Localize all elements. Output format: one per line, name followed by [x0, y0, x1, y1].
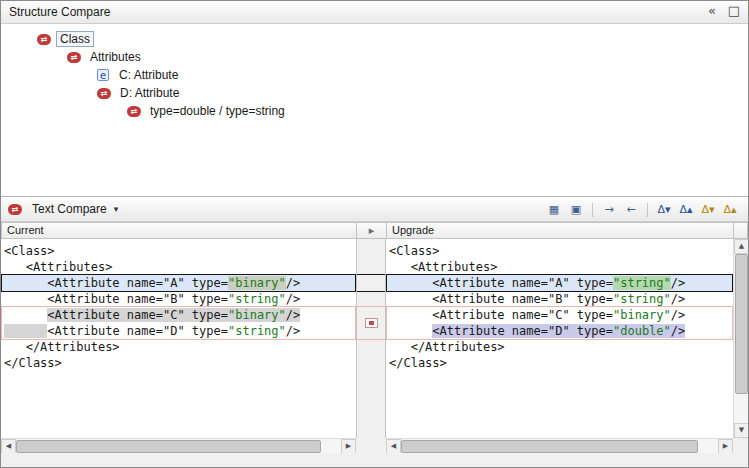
- right-pane-header: Upgrade: [386, 222, 734, 239]
- code-segment: "binary": [228, 308, 286, 322]
- diff-connector-line: [357, 339, 385, 340]
- code-line[interactable]: <Class>: [4, 243, 356, 259]
- code-segment: "string": [228, 292, 286, 306]
- code-segment: "binary": [613, 308, 671, 322]
- left-horizontal-thumb[interactable]: [16, 440, 321, 453]
- text-compare-title: Text Compare: [32, 202, 107, 216]
- right-pane[interactable]: <Class> <Attributes> <Attribute name="A"…: [386, 239, 733, 438]
- left-horizontal-scrollbar[interactable]: ◀ ▶: [1, 438, 356, 453]
- tree-item[interactable]: ⇄Attributes: [1, 48, 748, 66]
- code-segment: />: [671, 276, 685, 290]
- code-line[interactable]: <Attribute name="C" type="binary"/>: [4, 307, 356, 323]
- vertical-scroll-thumb[interactable]: [735, 254, 748, 394]
- code-segment: <Attribute name="C" type=: [47, 308, 228, 322]
- show-ancestor-pane-button[interactable]: ▦: [544, 200, 564, 220]
- right-pane-title: Upgrade: [392, 224, 434, 236]
- code-segment: "binary": [228, 276, 286, 290]
- code-segment: />: [286, 324, 300, 338]
- code-line[interactable]: <Attributes>: [389, 259, 733, 275]
- merge-direction-icon[interactable]: ▸: [369, 224, 375, 237]
- tree-item[interactable]: eC: Attribute: [1, 66, 748, 84]
- code-line[interactable]: <Attributes>: [4, 259, 356, 275]
- code-line[interactable]: <Attribute name="A" type="binary"/>: [4, 275, 356, 291]
- tree-item-label: Attributes: [86, 49, 145, 65]
- code-segment: <Attributes>: [4, 260, 112, 274]
- text-compare-toolbar: ▦▣→←Δ▾Δ▴Δ▾Δ▴: [544, 200, 740, 220]
- vertical-scrollbar[interactable]: ▲ ▼: [733, 239, 748, 438]
- toolbar-separator: [592, 203, 593, 217]
- copy-all-from-right-to-left-button[interactable]: ←: [621, 200, 641, 220]
- scroll-right-icon[interactable]: ▶: [341, 439, 356, 454]
- code-segment: <Attribute name="B" type=: [4, 292, 228, 306]
- bottom-strip: [1, 453, 748, 467]
- code-line[interactable]: <Attribute name="B" type="string"/>: [4, 291, 356, 307]
- code-line[interactable]: <Attribute name="C" type="binary"/>: [389, 307, 733, 323]
- previous-difference-button[interactable]: Δ▴: [676, 200, 696, 220]
- viewer-dropdown-icon[interactable]: ▾: [114, 204, 119, 214]
- code-segment: "string": [228, 324, 286, 338]
- code-segment: />: [286, 276, 300, 290]
- code-segment: <Attribute name="A" type=: [389, 276, 613, 290]
- maximize-pane-icon[interactable]: □: [726, 3, 742, 19]
- code-segment: <Class>: [389, 244, 440, 258]
- header-corner: [733, 222, 748, 239]
- right-horizontal-thumb[interactable]: [401, 440, 698, 453]
- code-segment: </Attributes>: [4, 340, 120, 354]
- code-segment: </Class>: [4, 356, 62, 370]
- code-segment: <Attribute name="A" type=: [4, 276, 228, 290]
- swap-left-and-right-button[interactable]: ▣: [566, 200, 586, 220]
- diff-connector-line: [357, 274, 385, 275]
- collapse-pane-icon[interactable]: «: [704, 3, 720, 19]
- center-strip: [356, 239, 386, 438]
- left-pane[interactable]: <Class> <Attributes> <Attribute name="A"…: [1, 239, 356, 438]
- structure-compare-title: Structure Compare: [9, 5, 110, 19]
- tree-item[interactable]: ⇄Class: [1, 30, 748, 48]
- code-segment: />: [671, 324, 685, 338]
- scroll-right-icon[interactable]: ▶: [718, 439, 733, 454]
- code-line[interactable]: <Attribute name="D" type="double"/>: [389, 323, 733, 339]
- code-segment: <Attribute name="D" type=: [47, 324, 228, 338]
- code-segment: "string": [613, 276, 671, 290]
- copy-all-from-left-to-right-button[interactable]: →: [599, 200, 619, 220]
- code-line[interactable]: </Attributes>: [4, 339, 356, 355]
- code-segment: <Attribute name="D" type=: [432, 324, 613, 338]
- code-segment: <Attributes>: [389, 260, 497, 274]
- code-segment: <Attribute name="B" type=: [389, 292, 613, 306]
- code-line[interactable]: <Attribute name="A" type="string"/>: [389, 275, 733, 291]
- scroll-left-icon[interactable]: ◀: [386, 439, 401, 454]
- code-segment: </Class>: [389, 356, 447, 370]
- tree-item[interactable]: ⇄type=double / type=string: [1, 102, 748, 120]
- code-line[interactable]: <Attribute name="D" type="string"/>: [4, 323, 356, 339]
- code-segment: [389, 324, 432, 338]
- change-icon: ⇄: [8, 204, 22, 215]
- diff-merge-handle[interactable]: [365, 318, 378, 328]
- code-line[interactable]: <Class>: [389, 243, 733, 259]
- next-difference-button[interactable]: Δ▾: [654, 200, 674, 220]
- change-icon: ⇄: [67, 52, 81, 63]
- diff-handle-dot: [369, 321, 374, 325]
- code-line[interactable]: </Class>: [4, 355, 356, 371]
- scroll-up-icon[interactable]: ▲: [734, 239, 749, 254]
- left-pane-title: Current: [7, 224, 44, 236]
- code-segment: "double": [613, 324, 671, 338]
- code-line[interactable]: </Attributes>: [389, 339, 733, 355]
- merge-direction-header: ▸: [356, 222, 387, 239]
- code-line[interactable]: </Class>: [389, 355, 733, 371]
- code-segment: [4, 324, 47, 338]
- compare-body: <Class> <Attributes> <Attribute name="A"…: [1, 239, 748, 453]
- scroll-down-icon[interactable]: ▼: [734, 423, 749, 438]
- tree-item-label: Class: [56, 31, 94, 47]
- next-change-button[interactable]: Δ▾: [698, 200, 718, 220]
- scrollbar-corner: [733, 438, 748, 453]
- text-compare-title-group: ⇄ Text Compare ▾: [8, 202, 118, 216]
- scroll-left-icon[interactable]: ◀: [1, 439, 16, 454]
- tree-item-label: C: Attribute: [115, 67, 182, 83]
- previous-change-button[interactable]: Δ▴: [720, 200, 740, 220]
- left-pane-header: Current: [1, 222, 357, 239]
- code-segment: />: [671, 308, 685, 322]
- right-pane-code: <Class> <Attributes> <Attribute name="A"…: [386, 239, 733, 371]
- code-line[interactable]: <Attribute name="B" type="string"/>: [389, 291, 733, 307]
- tree-item[interactable]: ⇄D: Attribute: [1, 84, 748, 102]
- right-horizontal-scrollbar[interactable]: ◀ ▶: [386, 438, 733, 453]
- text-compare-header: ⇄ Text Compare ▾ ▦▣→←Δ▾Δ▴Δ▾Δ▴: [1, 196, 748, 222]
